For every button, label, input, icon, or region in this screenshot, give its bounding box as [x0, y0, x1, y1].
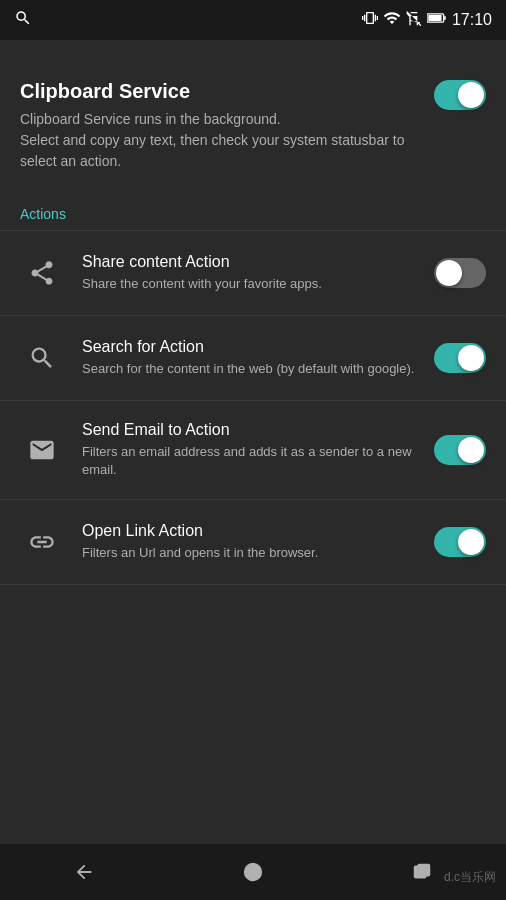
link-action-desc: Filters an Url and opens it in the brows… [82, 544, 416, 562]
actions-section-header: Actions [20, 206, 486, 222]
share-action-title: Share content Action [82, 253, 416, 271]
app-title: Clipboard Service [20, 80, 414, 103]
share-toggle[interactable] [434, 258, 486, 288]
watermark: d.c当乐网 [444, 869, 496, 886]
search-action-text: Search for Action Search for the content… [82, 338, 416, 378]
status-icons: 17:10 [362, 9, 492, 31]
battery-icon [427, 10, 447, 30]
email-action-text: Send Email to Action Filters an email ad… [82, 421, 416, 479]
search-icon-status [14, 13, 32, 30]
share-toggle-knob [436, 260, 462, 286]
link-action-text: Open Link Action Filters an Url and open… [82, 522, 416, 562]
divider-4 [0, 584, 506, 585]
search-toggle-knob [458, 345, 484, 371]
svg-rect-1 [444, 16, 446, 20]
wifi-icon [383, 9, 401, 31]
email-toggle[interactable] [434, 435, 486, 465]
status-bar: 17:10 [0, 0, 506, 40]
app-description: Clipboard Service runs in the background… [20, 109, 414, 172]
svg-point-3 [245, 864, 262, 881]
link-toggle-knob [458, 529, 484, 555]
email-action-item: Send Email to Action Filters an email ad… [20, 401, 486, 499]
link-action-title: Open Link Action [82, 522, 416, 540]
header-section: Clipboard Service Clipboard Service runs… [20, 60, 486, 206]
link-action-item: Open Link Action Filters an Url and open… [20, 500, 486, 584]
bottom-nav [0, 844, 506, 900]
main-toggle-knob [458, 82, 484, 108]
link-icon-container [20, 520, 64, 564]
main-content: Clipboard Service Clipboard Service runs… [0, 40, 506, 585]
link-toggle[interactable] [434, 527, 486, 557]
email-icon [28, 436, 56, 464]
vibrate-icon [362, 10, 378, 30]
link-icon [28, 528, 56, 556]
search-icon-container [20, 336, 64, 380]
search-action-title: Search for Action [82, 338, 416, 356]
back-button[interactable] [54, 850, 114, 894]
search-action-item: Search for Action Search for the content… [20, 316, 486, 400]
share-icon [28, 259, 56, 287]
search-icon [28, 344, 56, 372]
header-text: Clipboard Service Clipboard Service runs… [20, 80, 434, 196]
share-action-item: Share content Action Share the content w… [20, 231, 486, 315]
search-toggle[interactable] [434, 343, 486, 373]
svg-rect-5 [418, 865, 429, 876]
status-time: 17:10 [452, 11, 492, 29]
share-action-desc: Share the content with your favorite app… [82, 275, 416, 293]
home-button[interactable] [223, 850, 283, 894]
signal-icon [406, 10, 422, 30]
svg-rect-2 [428, 15, 441, 21]
search-action-desc: Search for the content in the web (by de… [82, 360, 416, 378]
share-action-text: Share content Action Share the content w… [82, 253, 416, 293]
email-toggle-knob [458, 437, 484, 463]
email-action-title: Send Email to Action [82, 421, 416, 439]
email-action-desc: Filters an email address and adds it as … [82, 443, 416, 479]
recents-button[interactable] [392, 850, 452, 894]
status-bar-left [14, 9, 32, 31]
watermark-text: d.c当乐网 [444, 869, 496, 886]
share-icon-container [20, 251, 64, 295]
main-toggle[interactable] [434, 80, 486, 110]
email-icon-container [20, 428, 64, 472]
